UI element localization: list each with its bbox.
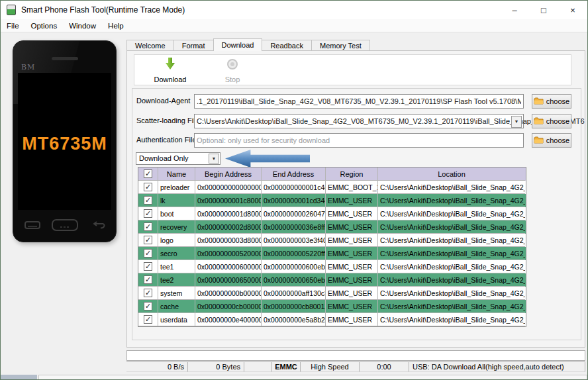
begin-address-cell: 0x0000000000000000 — [195, 181, 262, 194]
name-cell: lk — [158, 194, 195, 207]
name-cell: tee1 — [158, 260, 195, 273]
name-cell: userdata — [158, 313, 195, 326]
row-checkbox-cell[interactable]: ✓ — [138, 313, 158, 326]
checkbox-icon[interactable]: ✓ — [144, 169, 152, 178]
auth-file-input[interactable] — [194, 133, 524, 148]
header-name[interactable]: Name — [158, 167, 195, 181]
tab-download[interactable]: Download — [213, 38, 263, 51]
maximize-button[interactable]: □ — [529, 1, 558, 19]
menu-help[interactable]: Help — [102, 22, 130, 30]
checkbox-icon[interactable]: ✓ — [144, 249, 152, 258]
menu-options[interactable]: Options — [25, 22, 64, 30]
select-all-checkbox[interactable]: ✓ — [138, 167, 158, 181]
home-key-icon — [51, 218, 79, 234]
checkbox-icon[interactable]: ✓ — [144, 196, 152, 205]
download-agent-choose-button[interactable]: choose — [532, 94, 571, 109]
phone-chipset-label: MT6735M — [18, 134, 111, 154]
scatter-file-combobox[interactable]: C:\Users\Ankit\Desktop\iBall_Slide_Snap_… — [194, 114, 524, 128]
location-cell: C:\Users\Ankit\Desktop\iBall_Slide_Snap_… — [378, 300, 525, 313]
name-cell: recovery — [158, 220, 195, 234]
tab-format[interactable]: Format — [173, 40, 214, 51]
checkbox-icon[interactable]: ✓ — [144, 222, 152, 231]
checkbox-icon[interactable]: ✓ — [144, 236, 152, 244]
scatter-file-label: Scatter-loading File — [136, 117, 199, 124]
close-button[interactable]: × — [558, 1, 587, 19]
table-row-boot[interactable]: ✓boot0x0000000001d800000x00000000026047f… — [138, 207, 526, 220]
table-row-recovery[interactable]: ✓recovery0x0000000002d800000x00000000036… — [138, 220, 526, 234]
scatter-file-choose-button[interactable]: choose — [532, 114, 571, 128]
row-checkbox-cell[interactable]: ✓ — [138, 220, 158, 234]
row-checkbox-cell[interactable]: ✓ — [138, 194, 158, 207]
row-checkbox-cell[interactable]: ✓ — [138, 273, 158, 287]
row-checkbox-cell[interactable]: ✓ — [138, 300, 158, 313]
auth-file-choose-button[interactable]: choose — [532, 133, 571, 148]
checkbox-icon[interactable]: ✓ — [144, 209, 152, 218]
folder-icon — [534, 97, 544, 106]
chevron-down-icon[interactable]: ▼ — [209, 154, 219, 164]
name-cell: tee2 — [158, 273, 195, 287]
choose-button-label: choose — [546, 97, 569, 105]
download-agent-label: Download-Agent — [136, 97, 190, 105]
partition-table: ✓ Name Begin Address End Address Region … — [138, 167, 526, 327]
stop-button[interactable]: Stop — [211, 57, 254, 83]
header-end-address[interactable]: End Address — [262, 167, 326, 181]
end-address-cell: 0x00000000aff130c3 — [262, 287, 326, 300]
header-region[interactable]: Region — [326, 167, 378, 181]
table-row-secro[interactable]: ✓secro0x00000000052000000x0000000005220f… — [138, 247, 526, 260]
table-row-cache[interactable]: ✓cache0x00000000cb0000000x00000000cb8001… — [138, 300, 526, 313]
back-key-icon — [88, 220, 105, 232]
tab-memory-test[interactable]: Memory Test — [311, 40, 370, 51]
table-row-lk[interactable]: ✓lk0x0000000001c800000x0000000001cd34cfE… — [138, 194, 526, 207]
table-row-preloader[interactable]: ✓preloader0x00000000000000000x0000000000… — [138, 181, 526, 194]
chevron-down-icon[interactable]: ▼ — [511, 116, 522, 128]
checkbox-icon[interactable]: ✓ — [144, 275, 152, 284]
annotation-arrow-icon — [225, 150, 310, 167]
checkbox-icon[interactable]: ✓ — [144, 262, 152, 271]
download-agent-input[interactable] — [194, 94, 524, 109]
minimize-button[interactable]: – — [500, 1, 529, 19]
bottom-progress-segment — [1, 375, 37, 380]
app-window: Smart Phone Flash Tool(Runtime Trace Mod… — [0, 0, 588, 380]
name-cell: cache — [158, 300, 195, 313]
download-mode-combobox[interactable]: Download Only ▼ — [136, 152, 220, 165]
end-address-cell: 0x000000000650ebff — [262, 273, 326, 287]
table-row-logo[interactable]: ✓logo0x0000000003d800000x0000000003e3f40… — [138, 234, 526, 247]
location-cell: C:\Users\Ankit\Desktop\iBall_Slide_Snap_… — [378, 260, 525, 273]
region-cell: EMMC_BOOT_1 — [326, 181, 378, 194]
menu-key-icon — [24, 220, 41, 232]
checkbox-icon[interactable]: ✓ — [144, 302, 152, 310]
row-checkbox-cell[interactable]: ✓ — [138, 207, 158, 220]
tab-readback[interactable]: Readback — [262, 40, 312, 51]
row-checkbox-cell[interactable]: ✓ — [138, 260, 158, 273]
table-row-tee1[interactable]: ✓tee10x00000000060000000x000000000600ebf… — [138, 260, 526, 273]
phone-speaker — [52, 57, 78, 60]
progress-bar — [126, 350, 585, 361]
menu-file[interactable]: File — [1, 22, 25, 30]
row-checkbox-cell[interactable]: ✓ — [138, 234, 158, 247]
table-row-tee2[interactable]: ✓tee20x00000000065000000x000000000650ebf… — [138, 273, 526, 287]
download-button[interactable]: Download — [149, 57, 191, 83]
header-location[interactable]: Location — [378, 167, 525, 181]
tab-welcome[interactable]: Welcome — [126, 40, 174, 51]
region-cell: EMMC_USER — [326, 300, 378, 313]
phone-brand-label: BM — [21, 63, 35, 71]
region-cell: EMMC_USER — [326, 194, 378, 207]
checkbox-icon[interactable]: ✓ — [144, 183, 152, 191]
checkbox-icon[interactable]: ✓ — [144, 315, 152, 324]
end-address-cell: 0x00000000e5a8b28b — [262, 313, 326, 326]
table-header-row: ✓ Name Begin Address End Address Region … — [138, 167, 526, 181]
table-row-system[interactable]: ✓system0x000000000b0000000x00000000aff13… — [138, 287, 526, 300]
region-cell: EMMC_USER — [326, 273, 378, 287]
checkbox-icon[interactable]: ✓ — [144, 289, 152, 297]
end-address-cell: 0x000000000001c4e7 — [262, 181, 326, 194]
menu-window[interactable]: Window — [63, 22, 102, 30]
row-checkbox-cell[interactable]: ✓ — [138, 247, 158, 260]
header-begin-address[interactable]: Begin Address — [195, 167, 262, 181]
location-cell: C:\Users\Ankit\Desktop\iBall_Slide_Snap_… — [378, 181, 525, 194]
row-checkbox-cell[interactable]: ✓ — [138, 181, 158, 194]
end-address-cell: 0x00000000026047ff — [262, 207, 326, 220]
row-checkbox-cell[interactable]: ✓ — [138, 287, 158, 300]
tab-control: Welcome Format Download Readback Memory … — [126, 38, 585, 348]
table-row-userdata[interactable]: ✓userdata0x00000000e40000000x00000000e5a… — [138, 313, 526, 326]
region-cell: EMMC_USER — [326, 220, 378, 234]
